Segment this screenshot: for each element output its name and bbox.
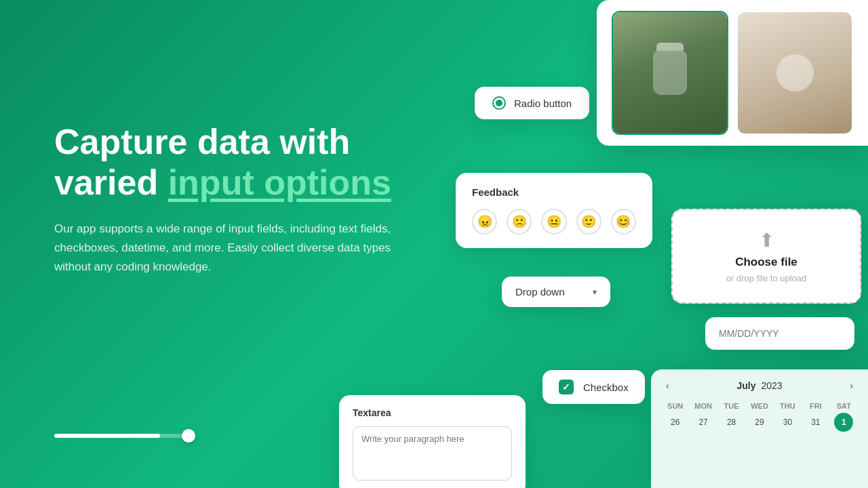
image-card-1-img <box>613 12 727 134</box>
slider-thumb[interactable] <box>182 429 195 443</box>
slider-fill <box>54 434 160 438</box>
upload-icon: ⬆ <box>689 229 844 251</box>
cal-header-thu: THU <box>774 401 801 411</box>
cal-header-sun: SUN <box>662 401 688 411</box>
calendar-prev-icon[interactable]: ‹ <box>662 379 673 392</box>
cal-header-wed: WED <box>746 401 772 411</box>
cal-header-mon: MON <box>690 401 716 411</box>
dropdown-widget[interactable]: Drop down ▾ <box>502 277 610 307</box>
textarea-input[interactable] <box>353 426 512 481</box>
radio-circle <box>492 96 506 110</box>
feedback-title: Feedback <box>472 186 636 198</box>
calendar-widget: ‹ July 2023 › SUN MON TUE WED THU FRI SA… <box>651 369 868 488</box>
cal-day-28[interactable]: 28 <box>722 413 741 432</box>
jar-shape <box>653 51 687 95</box>
cal-day-31[interactable]: 31 <box>806 413 825 432</box>
checkbox-check-icon: ✓ <box>562 382 570 392</box>
feedback-widget: Feedback 😠 🙁 😐 🙂 😊 <box>456 173 652 248</box>
slider-track <box>54 434 190 438</box>
calendar-month: July <box>736 380 755 391</box>
cal-day-1-today[interactable]: 1 <box>834 413 853 432</box>
hero-title: Capture data with varied input options <box>54 122 475 203</box>
image-cards-container: Image option 1 Image opti... <box>597 0 868 146</box>
emoji-btn-sad[interactable]: 🙁 <box>507 209 532 235</box>
cal-day-26[interactable]: 26 <box>666 413 685 432</box>
emoji-btn-neutral[interactable]: 😐 <box>541 209 566 235</box>
file-upload-title: Choose file <box>689 256 844 269</box>
file-upload-widget[interactable]: ⬆ Choose file or drop file to upload <box>671 209 861 304</box>
dropdown-text: Drop down <box>515 286 565 298</box>
hero-title-accent: input options <box>168 163 391 202</box>
image-card-1-footer: Image option 1 <box>613 134 727 135</box>
image-card-1[interactable]: Image option 1 <box>612 11 728 135</box>
date-widget <box>705 317 854 350</box>
cal-header-fri: FRI <box>802 401 829 411</box>
emoji-btn-happy[interactable]: 🙂 <box>576 209 601 235</box>
cal-header-sat: SAT <box>831 401 857 411</box>
image-card-2-img <box>738 12 852 134</box>
emoji-btn-angry[interactable]: 😠 <box>472 209 497 235</box>
cal-day-29[interactable]: 29 <box>750 413 769 432</box>
image-card-2[interactable]: Image opti... <box>736 11 853 135</box>
hero-title-line1: Capture data with <box>54 122 350 161</box>
feedback-emojis: 😠 🙁 😐 🙂 😊 <box>472 209 636 235</box>
calendar-month-year: July 2023 <box>736 380 782 391</box>
file-upload-subtitle: or drop file to upload <box>689 273 844 283</box>
hero-description: Our app supports a wide range of input f… <box>54 220 420 277</box>
checkbox-label: Checkbox <box>583 382 629 393</box>
textarea-title: Textarea <box>353 407 512 418</box>
textarea-widget: Textarea <box>339 395 526 488</box>
cal-header-tue: TUE <box>718 401 745 411</box>
date-input[interactable] <box>709 320 850 347</box>
calendar-grid: SUN MON TUE WED THU FRI SAT 26 27 28 29 … <box>662 401 857 432</box>
roll-shape <box>776 54 814 92</box>
radio-inner <box>496 100 502 106</box>
calendar-header: ‹ July 2023 › <box>662 379 857 392</box>
radio-label: Radio button <box>514 98 572 109</box>
emoji-btn-veryhappy[interactable]: 😊 <box>611 209 636 235</box>
hero-title-line2-start: varied <box>54 163 168 202</box>
slider-container[interactable] <box>54 434 190 438</box>
jar-lid <box>656 43 684 51</box>
checkbox-box: ✓ <box>559 380 574 394</box>
cal-day-30[interactable]: 30 <box>778 413 797 432</box>
checkbox-widget[interactable]: ✓ Checkbox <box>542 370 645 404</box>
calendar-next-icon[interactable]: › <box>846 379 857 392</box>
image-card-2-footer: Image opti... <box>738 134 852 135</box>
dropdown-arrow-icon: ▾ <box>593 287 597 297</box>
cal-day-27[interactable]: 27 <box>694 413 713 432</box>
radio-widget[interactable]: Radio button <box>475 87 589 119</box>
calendar-year: 2023 <box>761 380 782 391</box>
hero-section: Capture data with varied input options O… <box>54 122 475 277</box>
